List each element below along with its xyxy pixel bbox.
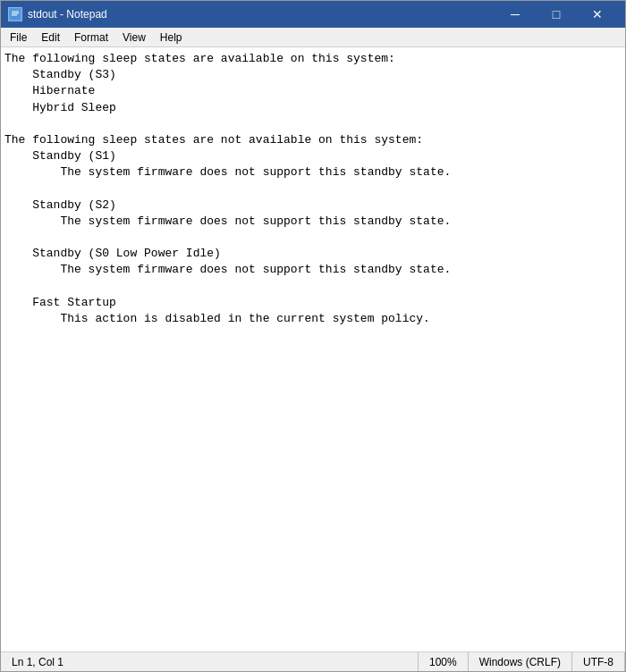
encoding: UTF-8: [583, 656, 613, 668]
editor-area[interactable]: The following sleep states are available…: [1, 47, 625, 651]
title-bar-left: stdout - Notepad: [8, 7, 107, 21]
status-encoding: UTF-8: [572, 652, 625, 671]
zoom-level: 100%: [429, 656, 457, 668]
menu-help[interactable]: Help: [153, 28, 190, 46]
minimize-button[interactable]: ─: [495, 1, 536, 28]
editor-content[interactable]: The following sleep states are available…: [4, 51, 622, 648]
title-bar: stdout - Notepad ─ □ ✕: [1, 1, 625, 28]
notepad-window: stdout - Notepad ─ □ ✕ File Edit Format …: [0, 0, 626, 672]
close-button[interactable]: ✕: [577, 1, 618, 28]
window-title: stdout - Notepad: [28, 8, 107, 21]
menu-view[interactable]: View: [115, 28, 153, 46]
cursor-position: Ln 1, Col 1: [12, 656, 63, 668]
app-icon: [8, 7, 22, 21]
menu-format[interactable]: Format: [67, 28, 115, 46]
window-controls: ─ □ ✕: [495, 1, 618, 28]
status-bar: Ln 1, Col 1 100% Windows (CRLF) UTF-8: [1, 651, 625, 671]
line-ending: Windows (CRLF): [479, 656, 561, 668]
status-line-ending: Windows (CRLF): [469, 652, 572, 671]
status-position: Ln 1, Col 1: [1, 652, 419, 671]
menu-file[interactable]: File: [3, 28, 34, 46]
menu-edit[interactable]: Edit: [34, 28, 67, 46]
menu-bar: File Edit Format View Help: [1, 28, 625, 47]
status-zoom: 100%: [419, 652, 469, 671]
svg-rect-0: [10, 9, 21, 20]
maximize-button[interactable]: □: [536, 1, 577, 28]
